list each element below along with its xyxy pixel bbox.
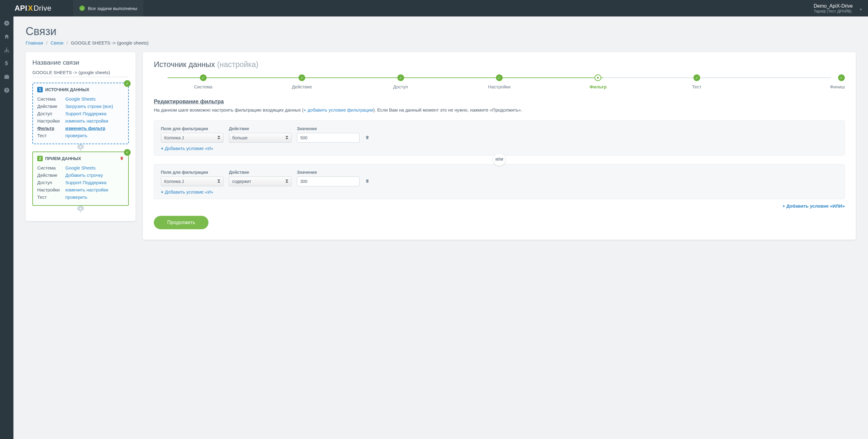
logo-text-x: X [28, 4, 33, 12]
block-row-value[interactable]: Добавить строчку [65, 172, 103, 179]
caret-down-icon: ▼ [79, 149, 82, 152]
delete-filter-button[interactable] [365, 179, 370, 186]
block-row: Фильтризменить фильтр [37, 125, 124, 132]
crumb-sep: / [46, 40, 47, 45]
stepper: ✓Система ✓Действие ✓Доступ ✓Настройки Фи… [154, 74, 845, 89]
filter-field-select[interactable]: Колонка J [161, 133, 223, 143]
add-or-button[interactable]: Добавить условие «ИЛИ» [782, 203, 845, 208]
account-menu[interactable]: Demo_ApiX-Drive Тариф |Тест ДРАЙВ| ▼ [808, 1, 868, 16]
dest-header-label: ПРИЕМ ДАННЫХ [45, 156, 81, 161]
block-row: ДействиеЗагрузить строки (все) [37, 103, 124, 110]
filter-value-label: Значение [297, 170, 360, 175]
block-row-label: Система [37, 95, 65, 103]
connection-card: Название связи GOOGLE SHEETS -> (google … [26, 52, 135, 221]
filter-group: Поле для фильтрации Колонка J Действие б… [154, 121, 845, 156]
filter-field-label: Поле для фильтрации [161, 126, 223, 131]
account-tariff: Тариф |Тест ДРАЙВ| [814, 9, 853, 13]
add-and-button[interactable]: Добавить условие «И» [161, 189, 838, 195]
connection-title: Название связи [32, 59, 129, 66]
add-and-button[interactable]: Добавить условие «И» [161, 146, 838, 151]
step-filter[interactable]: Фильтр [549, 74, 647, 89]
connector-bottom: + ▼ [32, 206, 129, 213]
source-header: 1 ИСТОЧНИК ДАННЫХ [37, 87, 124, 92]
block-row-value[interactable]: Support Поддержка [65, 179, 106, 186]
filter-action-select[interactable]: содержит [229, 176, 291, 186]
filter-action-select[interactable]: больше [229, 133, 291, 143]
block-row: Настройкиизменить настройки [37, 117, 124, 125]
settings-title-sub: (настройка) [217, 60, 258, 69]
crumb-links[interactable]: Связи [51, 40, 63, 45]
delete-filter-button[interactable] [365, 135, 370, 143]
nav-billing[interactable] [0, 57, 13, 70]
step-access[interactable]: ✓Доступ [351, 74, 450, 89]
filter-field-select[interactable]: Колонка J [161, 176, 223, 186]
block-row: СистемаGoogle Sheets [37, 95, 124, 103]
or-badge: ИЛИ [493, 153, 506, 166]
step-system[interactable]: ✓Система [154, 74, 252, 89]
step-finish[interactable]: ✓Финиш [746, 74, 845, 89]
block-row: ДоступSupport Поддержка [37, 110, 124, 117]
settings-title-main: Источник данных [154, 60, 215, 69]
connector: + ▼ [32, 144, 129, 151]
logo[interactable]: API X Drive [0, 0, 73, 16]
continue-button[interactable]: Продолжить [154, 216, 209, 229]
chevron-down-icon: ▼ [859, 8, 863, 11]
nav-help[interactable] [0, 83, 13, 97]
source-header-label: ИСТОЧНИК ДАННЫХ [45, 87, 89, 92]
crumb-current: GOOGLE SHEETS -> (google sheets) [71, 40, 149, 45]
block-row-value[interactable]: Support Поддержка [65, 110, 106, 117]
source-num: 1 [37, 87, 43, 92]
block-row-value[interactable]: Google Sheets [65, 95, 96, 103]
step-settings[interactable]: ✓Настройки [450, 74, 549, 89]
tasks-done-label: Все задачи выполнены [88, 6, 137, 11]
crumb-sep: / [66, 40, 68, 45]
filter-value-input[interactable] [297, 176, 360, 186]
block-row-value[interactable]: изменить настройки [65, 186, 108, 194]
block-row-label: Фильтр [37, 125, 65, 132]
caret-down-icon: ▼ [79, 210, 82, 213]
check-icon: ✓ [124, 80, 131, 87]
nav-briefcase[interactable] [0, 70, 13, 83]
breadcrumb: Главная / Связи / GOOGLE SHEETS -> (goog… [26, 40, 856, 45]
block-row-value[interactable]: Google Sheets [65, 164, 96, 172]
add-filter-link[interactable]: + добавить условие фильтрации [304, 107, 373, 112]
filter-value-input[interactable] [297, 133, 360, 143]
check-icon: ✓ [124, 149, 131, 156]
section-desc: На данном шаге возможно настроить фильтр… [154, 107, 845, 114]
block-row-value[interactable]: проверить [65, 194, 87, 201]
dest-block: ✓ 2 ПРИЕМ ДАННЫХ СистемаGoogle SheetsДей… [32, 151, 129, 206]
block-row-value[interactable]: проверить [65, 132, 87, 139]
step-action[interactable]: ✓Действие [252, 74, 351, 89]
block-row-value[interactable]: изменить настройки [65, 117, 108, 125]
connection-name[interactable]: GOOGLE SHEETS -> (google sheets) [32, 70, 129, 77]
block-row-label: Тест [37, 132, 65, 139]
check-icon: ✓ [79, 5, 85, 11]
block-row-label: Настройки [37, 186, 65, 194]
delete-dest-button[interactable] [120, 156, 124, 161]
nav-home[interactable] [0, 30, 13, 43]
block-row-label: Действие [37, 103, 65, 110]
block-row: СистемаGoogle Sheets [37, 164, 124, 172]
block-row-label: Тест [37, 194, 65, 201]
block-row: Тестпроверить [37, 132, 124, 139]
logo-text-drive: Drive [34, 4, 52, 12]
filter-value-label: Значение [297, 126, 360, 131]
block-row-value[interactable]: Загрузить строки (все) [65, 103, 113, 110]
block-row: ДоступSupport Поддержка [37, 179, 124, 186]
block-row-label: Доступ [37, 179, 65, 186]
block-row-value[interactable]: изменить фильтр [65, 125, 105, 132]
dest-header: 2 ПРИЕМ ДАННЫХ [37, 156, 124, 161]
filter-action-label: Действие [229, 170, 291, 175]
block-row: ДействиеДобавить строчку [37, 172, 124, 179]
tasks-done-badge: ✓ Все задачи выполнены [73, 0, 144, 16]
nav-expand[interactable] [0, 16, 13, 30]
logo-text-api: API [14, 4, 28, 12]
account-name: Demo_ApiX-Drive [814, 3, 853, 9]
nav-connections[interactable] [0, 43, 13, 57]
step-test[interactable]: ✓Тест [647, 74, 746, 89]
block-row: Тестпроверить [37, 194, 124, 201]
settings-title: Источник данных (настройка) [154, 60, 845, 69]
crumb-home[interactable]: Главная [26, 40, 43, 45]
or-separator: ИЛИ [154, 156, 845, 164]
section-heading: Редактирование фильтра [154, 98, 845, 105]
